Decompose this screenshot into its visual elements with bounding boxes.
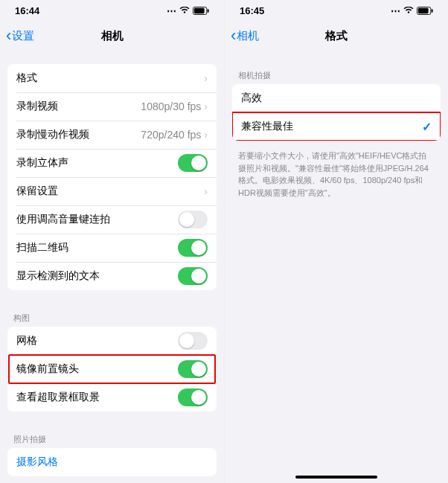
wifi-icon (403, 7, 414, 14)
chevron-left-icon: ‹ (6, 28, 11, 44)
dots-icon: ⋯ (391, 5, 400, 16)
toggle-qr[interactable] (178, 239, 208, 257)
row-qr[interactable]: 扫描二维码 (7, 234, 217, 262)
chevron-right-icon: › (204, 100, 208, 112)
wifi-icon (179, 7, 190, 14)
row-most-compatible[interactable]: 兼容性最佳 ✓ (232, 112, 441, 141)
content: 相机拍摄 高效 兼容性最佳 ✓ 若要缩小文件大小，请使用"高效"HEIF/HEV… (225, 51, 448, 483)
status-right: ⋯ (167, 5, 209, 16)
back-label: 相机 (237, 29, 259, 43)
group-photo-capture: 摄影风格 (7, 448, 217, 476)
svg-rect-2 (208, 9, 209, 13)
row-photographic-styles[interactable]: 摄影风格 (7, 448, 217, 476)
battery-icon (417, 7, 433, 15)
header-photo-capture: 照片拍摄 (0, 428, 224, 448)
phone-camera-settings: 16:44 ⋯ ‹ 设置 相机 格式 › 录制视频 1080p/30 fps ›… (0, 0, 224, 483)
row-high-efficiency[interactable]: 高效 (232, 84, 441, 112)
footer-formats: 若要缩小文件大小，请使用"高效"HEIF/HEVC格式拍摄照片和视频。"兼容性最… (225, 145, 448, 208)
status-time: 16:45 (240, 5, 264, 16)
home-indicator[interactable] (295, 476, 377, 479)
toggle-grid[interactable] (178, 332, 208, 350)
toggle-live-text[interactable] (178, 267, 208, 285)
header-camera-capture: 相机拍摄 (225, 64, 448, 84)
status-bar: 16:44 ⋯ (0, 0, 224, 21)
row-preserve[interactable]: 保留设置 › (7, 177, 217, 205)
toggle-mirror-front[interactable] (178, 360, 208, 378)
toggle-stereo[interactable] (178, 154, 208, 172)
row-view-outside-frame[interactable]: 查看超取景框取景 (7, 383, 217, 412)
dots-icon: ⋯ (167, 5, 176, 16)
chevron-right-icon: › (204, 185, 208, 197)
row-formats[interactable]: 格式 › (7, 64, 217, 92)
status-time: 16:44 (15, 5, 39, 16)
back-label: 设置 (12, 29, 34, 43)
battery-icon (193, 7, 209, 15)
checkmark-icon: ✓ (422, 120, 432, 134)
phone-formats: 16:45 ⋯ ‹ 相机 格式 相机拍摄 高效 兼容性最佳 ✓ (224, 0, 448, 483)
content: 格式 › 录制视频 1080p/30 fps › 录制慢动作视频 720p/24… (0, 51, 224, 483)
row-grid[interactable]: 网格 (7, 327, 217, 355)
chevron-left-icon: ‹ (231, 28, 236, 44)
svg-rect-1 (194, 7, 205, 13)
back-button[interactable]: ‹ 设置 (6, 28, 34, 44)
group-main: 格式 › 录制视频 1080p/30 fps › 录制慢动作视频 720p/24… (7, 64, 217, 290)
row-record-slomo[interactable]: 录制慢动作视频 720p/240 fps › (7, 121, 217, 149)
status-bar: 16:45 ⋯ (225, 0, 448, 21)
row-mirror-front[interactable]: 镜像前置镜头 (7, 355, 217, 383)
row-stereo[interactable]: 录制立体声 (7, 149, 217, 177)
row-live-text[interactable]: 显示检测到的文本 (7, 262, 217, 290)
toggle-view-outside-frame[interactable] (178, 388, 208, 406)
back-button[interactable]: ‹ 相机 (231, 28, 259, 44)
row-record-video[interactable]: 录制视频 1080p/30 fps › (7, 92, 217, 121)
svg-rect-4 (418, 7, 429, 13)
status-right: ⋯ (391, 5, 433, 16)
chevron-right-icon: › (204, 72, 208, 84)
chevron-right-icon: › (204, 129, 208, 141)
footer-photo-capture: 将你的个人审美带进摄影作品，使照片更加个性化。"摄影风格"使用先进的场景理解技术… (0, 479, 224, 483)
group-formats: 高效 兼容性最佳 ✓ (232, 84, 441, 141)
toggle-volume-burst[interactable] (178, 211, 208, 228)
row-volume-burst[interactable]: 使用调高音量键连拍 (7, 205, 217, 234)
nav-bar: ‹ 设置 相机 (0, 21, 224, 51)
nav-bar: ‹ 相机 格式 (225, 21, 448, 51)
svg-rect-5 (432, 9, 433, 13)
header-composition: 构图 (0, 307, 224, 327)
group-composition: 网格 镜像前置镜头 查看超取景框取景 (7, 327, 217, 412)
